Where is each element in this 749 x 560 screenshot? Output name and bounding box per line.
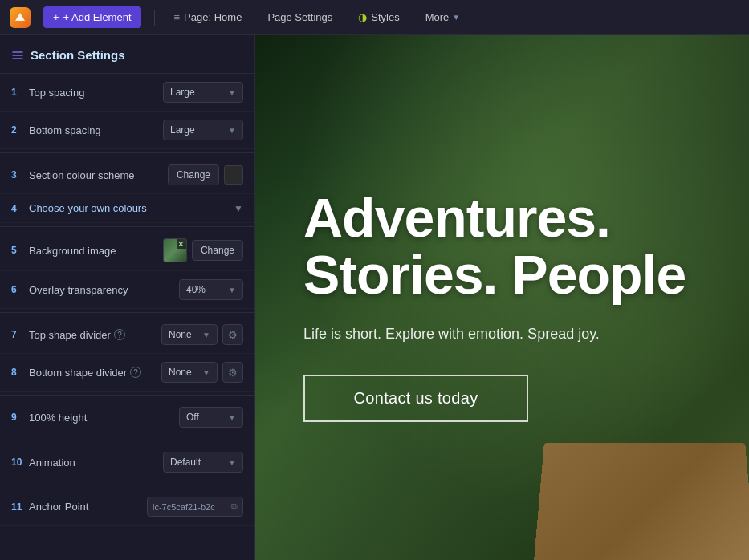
setting-row-animation: 10 Animation Default ▼ [0, 444, 254, 481]
anchor-value: lc-7c5caf21-b2c [153, 502, 215, 512]
setting-row-choose-colours[interactable]: 4 Choose your own colours ▼ [0, 194, 254, 223]
choose-colours-label: Choose your own colours [29, 202, 234, 214]
bottom-shape-dropdown[interactable]: None ▼ [161, 362, 218, 383]
setting-row-top-spacing: 1 Top spacing Large ▼ [0, 74, 254, 112]
preview-heading-line2: Stories. People [303, 244, 686, 305]
setting-row-bottom-spacing: 2 Bottom spacing Large ▼ [0, 112, 254, 149]
section-settings-title: Section Settings [31, 48, 125, 62]
bottom-shape-controls: None ▼ ⚙ [161, 362, 243, 383]
overlay-controls: 40% ▼ [179, 279, 243, 300]
preview-cta-button[interactable]: Contact us today [303, 375, 528, 422]
separator-5 [0, 440, 254, 440]
chevron-down-icon: ▼ [228, 286, 236, 294]
setting-label-anchor: Anchor Point [29, 501, 140, 513]
setting-label-animation: Animation [29, 457, 157, 469]
setting-label-colour-scheme: Section colour scheme [29, 169, 161, 181]
top-shape-value: None [169, 329, 192, 340]
animation-value: Default [170, 457, 201, 468]
top-shape-dropdown[interactable]: None ▼ [161, 324, 218, 345]
gear-icon: ⚙ [228, 329, 238, 341]
height-dropdown[interactable]: Off ▼ [179, 407, 243, 428]
setting-number-4: 4 [11, 203, 22, 214]
nav-page-label: Page: Home [184, 11, 242, 23]
preview-subtitle: Life is short. Explore with emotion. Spr… [303, 326, 701, 343]
remove-image-button[interactable]: ✕ [177, 239, 186, 249]
nav-page-item[interactable]: ≡ Page: Home [168, 8, 249, 26]
setting-number-1: 1 [11, 87, 22, 98]
preview-heading: Adventures. Stories. People [303, 189, 701, 304]
chevron-down-icon: ▼ [202, 368, 210, 377]
colour-scheme-change-button[interactable]: Change [168, 164, 219, 185]
bg-image-controls: ✕ Change [163, 238, 243, 262]
setting-label-bg-image: Background image [29, 245, 157, 257]
setting-row-height: 9 100% height Off ▼ [0, 399, 254, 436]
chevron-down-icon: ▼ [234, 203, 243, 214]
bottom-shape-value: None [169, 367, 192, 378]
anchor-input[interactable]: lc-7c5caf21-b2c ⧉ [147, 497, 243, 517]
setting-number-3: 3 [11, 169, 22, 181]
separator-4 [0, 395, 254, 396]
setting-number-2: 2 [11, 124, 22, 136]
sidebar: Section Settings 1 Top spacing Large ▼ 2… [0, 35, 255, 560]
setting-label-bottom-shape: Bottom shape divider ? [29, 367, 155, 379]
setting-row-bottom-shape: 8 Bottom shape divider ? None ▼ ⚙ [0, 354, 254, 392]
setting-number-5: 5 [11, 245, 22, 256]
setting-row-colour-scheme: 3 Section colour scheme Change [0, 156, 254, 194]
preview-content: Adventures. Stories. People Life is shor… [255, 35, 749, 560]
copy-icon[interactable]: ⧉ [231, 501, 238, 512]
setting-number-6: 6 [11, 284, 22, 295]
setting-row-bg-image: 5 Background image ✕ Change [0, 230, 254, 271]
add-element-label: + Add Element [63, 11, 132, 23]
height-controls: Off ▼ [179, 407, 243, 428]
setting-label-height: 100% height [29, 412, 173, 424]
bottom-spacing-dropdown[interactable]: Large ▼ [163, 120, 243, 140]
setting-label-bottom-spacing: Bottom spacing [29, 124, 157, 136]
bg-image-preview: ✕ [163, 238, 187, 262]
plus-icon: + [53, 11, 59, 23]
animation-dropdown[interactable]: Default ▼ [163, 452, 243, 473]
setting-number-7: 7 [11, 329, 22, 340]
logo [10, 7, 31, 28]
preview-heading-line1: Adventures. [303, 187, 610, 248]
help-icon-top-shape[interactable]: ? [114, 329, 125, 340]
page-icon: ≡ [174, 11, 181, 23]
animation-controls: Default ▼ [163, 452, 243, 473]
add-element-button[interactable]: + + Add Element [43, 6, 141, 28]
separator-1 [0, 152, 254, 153]
setting-number-9: 9 [11, 412, 22, 423]
top-shape-gear-button[interactable]: ⚙ [222, 324, 243, 345]
top-shape-controls: None ▼ ⚙ [161, 324, 243, 345]
height-value: Off [186, 412, 199, 423]
separator-3 [0, 312, 254, 313]
chevron-down-icon: ▼ [228, 88, 236, 97]
help-icon-bottom-shape[interactable]: ? [130, 367, 141, 378]
chevron-down-icon: ▼ [452, 13, 460, 22]
overlay-value: 40% [186, 284, 206, 295]
colour-swatch[interactable] [224, 165, 243, 185]
overlay-dropdown[interactable]: 40% ▼ [179, 279, 243, 300]
chevron-down-icon: ▼ [228, 413, 236, 422]
setting-label-overlay: Overlay transparency [29, 284, 173, 296]
nav-more[interactable]: More ▼ [419, 8, 467, 26]
setting-row-overlay: 6 Overlay transparency 40% ▼ [0, 271, 254, 309]
gear-icon: ⚙ [228, 367, 238, 379]
top-spacing-controls: Large ▼ [163, 82, 243, 103]
setting-number-10: 10 [11, 457, 22, 468]
colour-scheme-controls: Change [168, 164, 243, 185]
styles-icon: ◑ [358, 11, 367, 23]
nav-styles[interactable]: ◑ Styles [352, 8, 405, 26]
setting-row-top-shape: 7 Top shape divider ? None ▼ ⚙ [0, 316, 254, 354]
top-spacing-dropdown[interactable]: Large ▼ [163, 82, 243, 103]
svg-marker-0 [15, 13, 25, 21]
top-nav: + + Add Element ≡ Page: Home Page Settin… [0, 0, 749, 35]
nav-styles-label: Styles [371, 11, 399, 23]
bottom-spacing-value: Large [170, 124, 195, 136]
section-settings-header: Section Settings [0, 35, 254, 74]
bg-image-change-button[interactable]: Change [192, 240, 243, 261]
top-spacing-value: Large [170, 87, 195, 98]
setting-row-anchor: 11 Anchor Point lc-7c5caf21-b2c ⧉ [0, 489, 254, 526]
bottom-shape-gear-button[interactable]: ⚙ [222, 362, 243, 383]
nav-page-settings[interactable]: Page Settings [261, 8, 339, 26]
setting-label-top-spacing: Top spacing [29, 87, 157, 99]
setting-label-top-shape: Top shape divider ? [29, 329, 155, 341]
